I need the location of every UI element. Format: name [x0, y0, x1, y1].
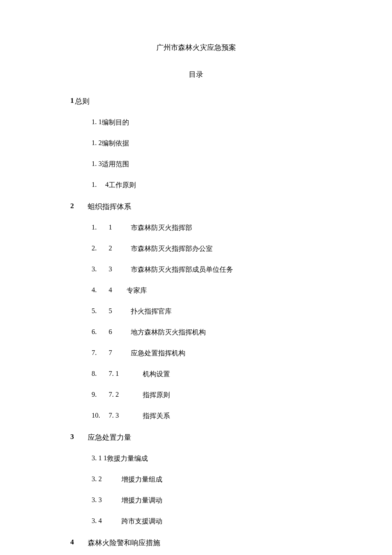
toc-item: 6. 6 地方森林防灭火指挥机构 — [92, 328, 322, 337]
item-text: 机构设置 — [143, 370, 170, 379]
item-index: 9. — [92, 391, 109, 400]
section-4-heading: 4 森林火险警和响应措施 — [70, 538, 322, 548]
section-1-number: 1 — [70, 96, 74, 106]
item-sub: 5 — [109, 307, 127, 316]
item-index: 1. — [92, 224, 109, 232]
toc-item: 8. 7. 1 机构设置 — [92, 370, 322, 379]
section-4-number: 4 — [70, 538, 74, 548]
toc-item: 1. 1 编制目的 — [92, 118, 322, 127]
toc-item: 3. 3 增援力量调动 — [92, 496, 322, 505]
toc-item: 1. 3 适用范围 — [92, 160, 322, 169]
toc-item: 1. 4 工作原则 — [92, 181, 322, 190]
toc-item: 3. 4 跨市支援调动 — [92, 517, 322, 526]
item-text: 市森林防灭火指挥部办公室 — [131, 244, 213, 253]
item-text: 编制依据 — [102, 139, 129, 148]
item-index: 3. 4 — [92, 517, 117, 526]
section-2-number: 2 — [70, 202, 74, 212]
item-index: 3. — [92, 265, 109, 274]
item-index: 3. 3 — [92, 496, 117, 505]
section-4-title: 森林火险警和响应措施 — [88, 538, 160, 548]
toc-item: 10. 7. 3 指挥关系 — [92, 412, 322, 421]
toc-item: 1. 2 编制依据 — [92, 139, 322, 148]
item-text: 救援力量编成 — [107, 454, 148, 463]
toc-item: 9. 7. 2 指挥原则 — [92, 391, 322, 400]
item-index: 1. 2 — [92, 139, 102, 148]
item-text: 专家库 — [127, 286, 147, 295]
section-2-title: 蛆织指挥体系 — [88, 202, 131, 212]
item-index: 2. — [92, 244, 109, 253]
section-1-title: 总则 — [75, 96, 89, 106]
item-sub: 1 — [109, 224, 127, 232]
toc-item: 1. 1 市森林防灭火指挥部 — [92, 224, 322, 232]
item-text: 扑火指挥官库 — [131, 307, 172, 316]
item-index: 3. 2 — [92, 475, 117, 484]
item-index: 1. 1 — [92, 118, 102, 127]
item-text: 工作原则 — [109, 181, 136, 190]
section-3-heading: 3 应急处置力量 — [70, 433, 322, 442]
toc-item: 3. 3 市森林防灭火指挥部成员单位任务 — [92, 265, 322, 274]
item-text: 跨市支援调动 — [121, 517, 162, 526]
item-text: 市森林防灭火指挥部成员单位任务 — [131, 265, 233, 274]
item-index: 6. — [92, 328, 109, 337]
item-text: 地方森林防灭火指挥机构 — [131, 328, 206, 337]
item-sub: 7. 3 — [109, 412, 138, 421]
section-1-heading: 1 总则 — [70, 96, 322, 106]
item-index: 4. — [92, 286, 109, 295]
item-index: 3. 1 1 — [92, 454, 107, 463]
toc-item: 7. 7 应急处置指挥机构 — [92, 349, 322, 358]
item-text: 指挥原则 — [143, 391, 170, 400]
item-index: 8. — [92, 370, 109, 379]
item-text: 应急处置指挥机构 — [131, 349, 185, 358]
section-2-heading: 2 蛆织指挥体系 — [70, 202, 322, 212]
toc-item: 3. 1 1 救援力量编成 — [92, 454, 322, 463]
item-sub: 6 — [109, 328, 127, 337]
item-sub: 2 — [109, 244, 127, 253]
toc-item: 5. 5 扑火指挥官库 — [92, 307, 322, 316]
item-index: 1. 3 — [92, 160, 102, 169]
item-text: 增援力量调动 — [121, 496, 162, 505]
item-index: 7. — [92, 349, 109, 358]
item-text: 指挥关系 — [143, 412, 170, 421]
section-3-title: 应急处置力量 — [88, 433, 131, 442]
item-text: 适用范围 — [102, 160, 129, 169]
item-text: 增援力量组成 — [121, 475, 162, 484]
item-sub: 7 — [109, 349, 127, 358]
item-sub: 4 — [109, 286, 127, 295]
item-sub: 4 — [105, 181, 109, 190]
toc-item: 4. 4 专家库 — [92, 286, 322, 295]
item-index: 5. — [92, 307, 109, 316]
item-sub: 7. 2 — [109, 391, 138, 400]
section-3-number: 3 — [70, 433, 74, 442]
item-index: 10. — [92, 412, 109, 421]
toc-label: 目录 — [70, 70, 322, 79]
toc-item: 2. 2 市森林防灭火指挥部办公室 — [92, 244, 322, 253]
toc-item: 3. 2 增援力量组成 — [92, 475, 322, 484]
item-index: 1. — [92, 181, 97, 190]
item-text: 市森林防灭火指挥部 — [131, 224, 192, 232]
item-sub: 3 — [109, 265, 127, 274]
item-text: 编制目的 — [102, 118, 129, 127]
item-sub: 7. 1 — [109, 370, 138, 379]
document-title: 广州市森林火灾应急预案 — [70, 43, 322, 52]
